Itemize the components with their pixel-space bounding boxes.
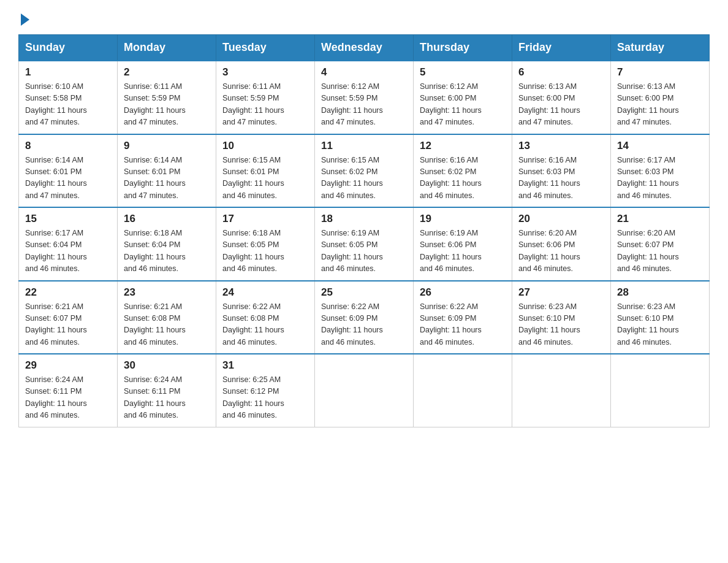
day-number: 29 <box>25 359 111 372</box>
calendar-header-tuesday: Tuesday <box>216 35 315 61</box>
day-number: 25 <box>321 286 407 299</box>
calendar-cell: 27Sunrise: 6:23 AMSunset: 6:10 PMDayligh… <box>512 281 611 354</box>
calendar-table: SundayMondayTuesdayWednesdayThursdayFrid… <box>18 34 710 427</box>
calendar-cell: 19Sunrise: 6:19 AMSunset: 6:06 PMDayligh… <box>414 207 512 281</box>
calendar-cell <box>414 354 512 427</box>
day-info: Sunrise: 6:19 AMSunset: 6:06 PMDaylight:… <box>420 228 506 275</box>
day-info: Sunrise: 6:16 AMSunset: 6:03 PMDaylight:… <box>518 155 604 202</box>
day-info: Sunrise: 6:17 AMSunset: 6:04 PMDaylight:… <box>25 228 111 275</box>
day-number: 19 <box>420 213 506 225</box>
day-number: 24 <box>222 286 308 299</box>
calendar-cell: 23Sunrise: 6:21 AMSunset: 6:08 PMDayligh… <box>118 281 216 354</box>
logo-arrow-icon <box>21 13 29 26</box>
week-row-1: 1Sunrise: 6:10 AMSunset: 5:58 PMDaylight… <box>19 61 710 134</box>
day-number: 14 <box>617 140 703 152</box>
day-number: 7 <box>617 66 703 79</box>
day-number: 8 <box>25 140 111 152</box>
day-info: Sunrise: 6:14 AMSunset: 6:01 PMDaylight:… <box>25 155 111 202</box>
day-info: Sunrise: 6:20 AMSunset: 6:07 PMDaylight:… <box>617 228 703 275</box>
calendar-cell: 2Sunrise: 6:11 AMSunset: 5:59 PMDaylight… <box>118 61 216 134</box>
calendar-cell: 15Sunrise: 6:17 AMSunset: 6:04 PMDayligh… <box>19 207 118 281</box>
day-number: 30 <box>124 359 210 372</box>
calendar-cell: 29Sunrise: 6:24 AMSunset: 6:11 PMDayligh… <box>19 354 118 427</box>
day-number: 4 <box>321 66 407 79</box>
day-number: 22 <box>25 286 111 299</box>
page-header <box>18 12 710 23</box>
calendar-cell: 16Sunrise: 6:18 AMSunset: 6:04 PMDayligh… <box>118 207 216 281</box>
calendar-cell: 4Sunrise: 6:12 AMSunset: 5:59 PMDaylight… <box>315 61 414 134</box>
calendar-cell: 26Sunrise: 6:22 AMSunset: 6:09 PMDayligh… <box>414 281 512 354</box>
calendar-cell: 13Sunrise: 6:16 AMSunset: 6:03 PMDayligh… <box>512 134 611 208</box>
calendar-cell: 3Sunrise: 6:11 AMSunset: 5:59 PMDaylight… <box>216 61 315 134</box>
day-number: 21 <box>617 213 703 225</box>
day-number: 1 <box>25 66 111 79</box>
logo <box>18 12 29 23</box>
day-info: Sunrise: 6:22 AMSunset: 6:08 PMDaylight:… <box>222 301 308 349</box>
day-number: 16 <box>124 213 210 225</box>
calendar-cell <box>512 354 611 427</box>
calendar-cell: 9Sunrise: 6:14 AMSunset: 6:01 PMDaylight… <box>118 134 216 208</box>
calendar-header-saturday: Saturday <box>611 35 710 61</box>
calendar-header-sunday: Sunday <box>19 35 118 61</box>
day-info: Sunrise: 6:23 AMSunset: 6:10 PMDaylight:… <box>518 301 604 349</box>
week-row-3: 15Sunrise: 6:17 AMSunset: 6:04 PMDayligh… <box>19 207 710 281</box>
day-info: Sunrise: 6:13 AMSunset: 6:00 PMDaylight:… <box>518 81 604 129</box>
week-row-5: 29Sunrise: 6:24 AMSunset: 6:11 PMDayligh… <box>19 354 710 427</box>
calendar-cell: 24Sunrise: 6:22 AMSunset: 6:08 PMDayligh… <box>216 281 315 354</box>
day-info: Sunrise: 6:16 AMSunset: 6:02 PMDaylight:… <box>420 155 506 202</box>
day-number: 18 <box>321 213 407 225</box>
day-info: Sunrise: 6:17 AMSunset: 6:03 PMDaylight:… <box>617 155 703 202</box>
day-info: Sunrise: 6:25 AMSunset: 6:12 PMDaylight:… <box>222 374 308 422</box>
week-row-2: 8Sunrise: 6:14 AMSunset: 6:01 PMDaylight… <box>19 134 710 208</box>
calendar-cell: 21Sunrise: 6:20 AMSunset: 6:07 PMDayligh… <box>611 207 710 281</box>
day-info: Sunrise: 6:21 AMSunset: 6:07 PMDaylight:… <box>25 301 111 349</box>
calendar-header-monday: Monday <box>118 35 216 61</box>
day-info: Sunrise: 6:14 AMSunset: 6:01 PMDaylight:… <box>124 155 210 202</box>
day-number: 26 <box>420 286 506 299</box>
calendar-cell: 31Sunrise: 6:25 AMSunset: 6:12 PMDayligh… <box>216 354 315 427</box>
day-info: Sunrise: 6:12 AMSunset: 6:00 PMDaylight:… <box>420 81 506 129</box>
day-info: Sunrise: 6:13 AMSunset: 6:00 PMDaylight:… <box>617 81 703 129</box>
day-info: Sunrise: 6:23 AMSunset: 6:10 PMDaylight:… <box>617 301 703 349</box>
calendar-header-row: SundayMondayTuesdayWednesdayThursdayFrid… <box>19 35 710 61</box>
day-info: Sunrise: 6:11 AMSunset: 5:59 PMDaylight:… <box>124 81 210 129</box>
calendar-cell: 22Sunrise: 6:21 AMSunset: 6:07 PMDayligh… <box>19 281 118 354</box>
day-number: 9 <box>124 140 210 152</box>
day-number: 17 <box>222 213 308 225</box>
day-number: 6 <box>518 66 604 79</box>
day-info: Sunrise: 6:24 AMSunset: 6:11 PMDaylight:… <box>25 374 111 422</box>
day-number: 20 <box>518 213 604 225</box>
calendar-cell: 6Sunrise: 6:13 AMSunset: 6:00 PMDaylight… <box>512 61 611 134</box>
day-info: Sunrise: 6:15 AMSunset: 6:02 PMDaylight:… <box>321 155 407 202</box>
calendar-cell: 30Sunrise: 6:24 AMSunset: 6:11 PMDayligh… <box>118 354 216 427</box>
day-info: Sunrise: 6:20 AMSunset: 6:06 PMDaylight:… <box>518 228 604 275</box>
day-info: Sunrise: 6:22 AMSunset: 6:09 PMDaylight:… <box>321 301 407 349</box>
day-number: 3 <box>222 66 308 79</box>
calendar-cell: 17Sunrise: 6:18 AMSunset: 6:05 PMDayligh… <box>216 207 315 281</box>
day-number: 13 <box>518 140 604 152</box>
calendar-cell: 20Sunrise: 6:20 AMSunset: 6:06 PMDayligh… <box>512 207 611 281</box>
day-info: Sunrise: 6:22 AMSunset: 6:09 PMDaylight:… <box>420 301 506 349</box>
calendar-cell: 28Sunrise: 6:23 AMSunset: 6:10 PMDayligh… <box>611 281 710 354</box>
calendar-cell: 12Sunrise: 6:16 AMSunset: 6:02 PMDayligh… <box>414 134 512 208</box>
day-info: Sunrise: 6:21 AMSunset: 6:08 PMDaylight:… <box>124 301 210 349</box>
day-info: Sunrise: 6:12 AMSunset: 5:59 PMDaylight:… <box>321 81 407 129</box>
day-number: 5 <box>420 66 506 79</box>
day-info: Sunrise: 6:11 AMSunset: 5:59 PMDaylight:… <box>222 81 308 129</box>
calendar-cell: 10Sunrise: 6:15 AMSunset: 6:01 PMDayligh… <box>216 134 315 208</box>
day-info: Sunrise: 6:15 AMSunset: 6:01 PMDaylight:… <box>222 155 308 202</box>
day-info: Sunrise: 6:19 AMSunset: 6:05 PMDaylight:… <box>321 228 407 275</box>
day-number: 12 <box>420 140 506 152</box>
calendar-header-wednesday: Wednesday <box>315 35 414 61</box>
day-info: Sunrise: 6:18 AMSunset: 6:04 PMDaylight:… <box>124 228 210 275</box>
day-info: Sunrise: 6:24 AMSunset: 6:11 PMDaylight:… <box>124 374 210 422</box>
day-number: 10 <box>222 140 308 152</box>
week-row-4: 22Sunrise: 6:21 AMSunset: 6:07 PMDayligh… <box>19 281 710 354</box>
calendar-cell <box>611 354 710 427</box>
calendar-cell: 7Sunrise: 6:13 AMSunset: 6:00 PMDaylight… <box>611 61 710 134</box>
calendar-cell: 1Sunrise: 6:10 AMSunset: 5:58 PMDaylight… <box>19 61 118 134</box>
calendar-cell: 14Sunrise: 6:17 AMSunset: 6:03 PMDayligh… <box>611 134 710 208</box>
day-number: 15 <box>25 213 111 225</box>
day-info: Sunrise: 6:10 AMSunset: 5:58 PMDaylight:… <box>25 81 111 129</box>
calendar-cell: 18Sunrise: 6:19 AMSunset: 6:05 PMDayligh… <box>315 207 414 281</box>
